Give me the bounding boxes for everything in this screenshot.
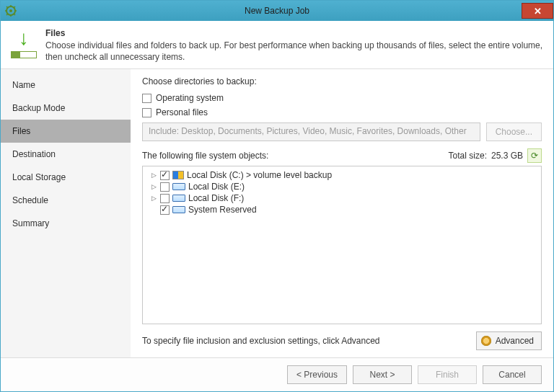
expander-icon[interactable]: ▷ <box>150 172 157 179</box>
operating-system-checkbox[interactable] <box>142 94 151 103</box>
step-local-storage[interactable]: Local Storage <box>1 166 131 189</box>
window-root: New Backup Job ✕ ↓ Files Choose individu… <box>0 0 554 392</box>
expander-icon[interactable]: ▷ <box>150 195 157 202</box>
total-size-value: 25.3 GB <box>491 151 523 161</box>
tree-label[interactable]: Local Disk (F:) <box>188 193 244 203</box>
tree-row: ▷ Local Disk (E:) <box>144 181 540 192</box>
include-preview-field: Include: Desktop, Documents, Pictures, V… <box>142 122 480 141</box>
tree-checkbox[interactable] <box>160 182 170 192</box>
total-size-label: Total size: <box>449 151 487 161</box>
personal-files-checkbox[interactable] <box>142 108 151 117</box>
tree-checkbox[interactable] <box>160 171 170 180</box>
file-tree[interactable]: ▷ Local Disk (C:) > volume level backup … <box>142 166 542 324</box>
tree-checkbox[interactable] <box>160 205 170 215</box>
choose-directories-label: Choose directories to backup: <box>142 76 542 86</box>
expander-icon[interactable]: ▷ <box>150 183 157 190</box>
choose-button[interactable]: Choose... <box>486 122 542 141</box>
cancel-button[interactable]: Cancel <box>483 365 542 384</box>
header-title: Files <box>45 28 543 38</box>
tree-label[interactable]: Local Disk (C:) > volume level backup <box>187 170 332 180</box>
personal-files-label: Personal files <box>156 107 208 117</box>
titlebar: New Backup Job ✕ <box>1 1 553 21</box>
disk-icon <box>172 183 185 190</box>
window-title: New Backup Job <box>1 6 553 16</box>
wizard-icon: ↓ <box>11 28 37 58</box>
finish-button: Finish <box>418 365 477 384</box>
tree-checkbox[interactable] <box>160 194 170 203</box>
file-objects-label: The following file system objects: <box>142 151 268 161</box>
step-schedule[interactable]: Schedule <box>1 189 131 212</box>
download-arrow-icon: ↓ <box>19 28 29 48</box>
progress-icon <box>11 51 37 58</box>
refresh-icon: ⟳ <box>531 151 538 161</box>
advanced-button-label: Advanced <box>496 336 534 346</box>
tree-label[interactable]: Local Disk (E:) <box>188 182 245 192</box>
gear-icon <box>481 336 491 346</box>
step-files[interactable]: Files <box>1 120 131 143</box>
wizard-body: Name Backup Mode Files Destination Local… <box>1 69 553 357</box>
wizard-footer: < Previous Next > Finish Cancel <box>1 357 553 391</box>
step-content: Choose directories to backup: Operating … <box>131 69 553 357</box>
step-destination[interactable]: Destination <box>1 143 131 166</box>
disk-icon <box>172 195 185 202</box>
tree-label[interactable]: System Reserved <box>188 205 257 215</box>
operating-system-label: Operating system <box>156 93 224 103</box>
tree-row: ▷ Local Disk (F:) <box>144 192 540 204</box>
step-backup-mode[interactable]: Backup Mode <box>1 97 131 120</box>
wizard-steps-sidebar: Name Backup Mode Files Destination Local… <box>1 69 131 357</box>
header-description: Choose individual files and folders to b… <box>45 40 543 63</box>
advanced-hint: To specify file inclusion and exclusion … <box>142 336 380 346</box>
wizard-header: ↓ Files Choose individual files and fold… <box>1 21 553 69</box>
refresh-button[interactable]: ⟳ <box>527 148 542 163</box>
next-button[interactable]: Next > <box>353 365 412 384</box>
tree-row: ▷ System Reserved <box>144 204 540 215</box>
advanced-button[interactable]: Advanced <box>476 331 542 350</box>
step-summary[interactable]: Summary <box>1 212 131 235</box>
tree-row: ▷ Local Disk (C:) > volume level backup <box>144 169 540 181</box>
volume-icon <box>172 171 184 179</box>
disk-icon <box>172 206 185 213</box>
previous-button[interactable]: < Previous <box>287 365 347 384</box>
step-name[interactable]: Name <box>1 74 131 97</box>
